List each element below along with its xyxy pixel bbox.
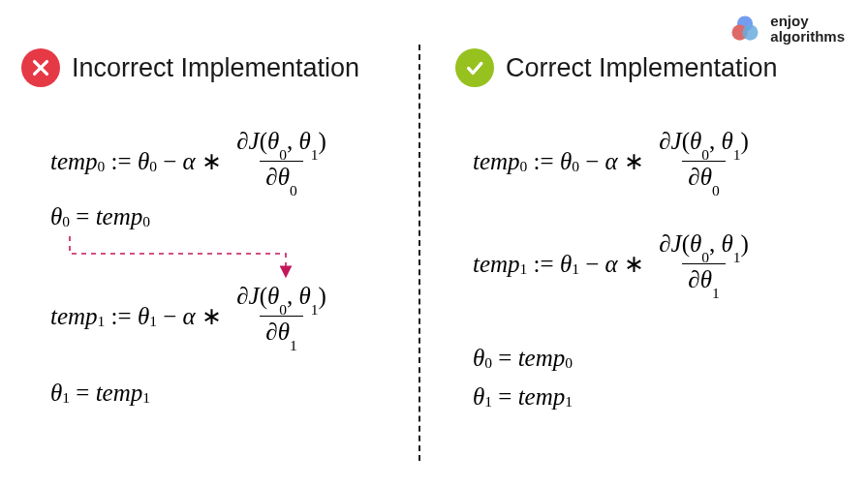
vertical-divider bbox=[418, 45, 420, 461]
correct-title: Correct Implementation bbox=[506, 53, 778, 83]
correct-heading: Correct Implementation bbox=[455, 48, 778, 87]
right-temp1-formula: temp1 := θ1 − α ∗ ∂J(θ0, θ1) ∂θ1 bbox=[473, 230, 758, 297]
right-assign1-formula: θ1 = temp1 bbox=[473, 383, 573, 411]
left-temp0-formula: temp0 := θ0 − α ∗ ∂J(θ0, θ1) ∂θ0 bbox=[50, 128, 335, 195]
left-assign0-formula: θ0 = temp0 bbox=[50, 203, 150, 230]
left-temp1-formula: temp1 := θ1 − α ∗ ∂J(θ0, θ1) ∂θ1 bbox=[50, 283, 335, 350]
right-temp0-formula: temp0 := θ0 − α ∗ ∂J(θ0, θ1) ∂θ0 bbox=[473, 128, 758, 195]
brand-logo: enjoy algorithms bbox=[728, 12, 845, 46]
brand-line1: enjoy bbox=[770, 14, 845, 29]
brand-line2: algorithms bbox=[770, 29, 845, 45]
right-assign0-formula: θ0 = temp0 bbox=[473, 345, 573, 372]
cross-icon bbox=[21, 48, 60, 87]
incorrect-title: Incorrect Implementation bbox=[72, 53, 359, 83]
check-icon bbox=[455, 48, 494, 87]
brand-mark-icon bbox=[728, 12, 762, 46]
svg-point-2 bbox=[743, 25, 759, 41]
brand-text: enjoy algorithms bbox=[770, 14, 845, 45]
incorrect-heading: Incorrect Implementation bbox=[21, 48, 359, 87]
left-assign1-formula: θ1 = temp1 bbox=[50, 380, 150, 407]
